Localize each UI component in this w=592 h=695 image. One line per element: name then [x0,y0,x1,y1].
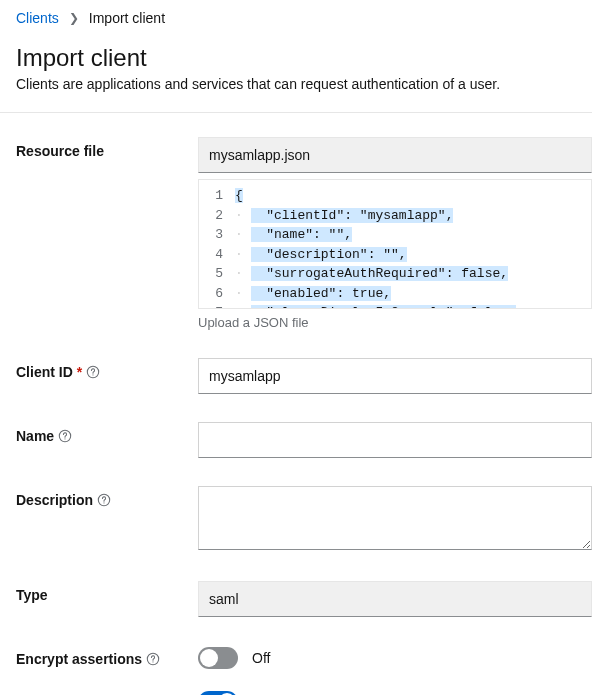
divider [0,112,592,113]
label-description: Description [16,486,198,508]
row-client-id: Client ID * [16,358,592,394]
help-icon[interactable] [97,493,111,507]
breadcrumb-root-link[interactable]: Clients [16,10,59,26]
client-id-input[interactable] [198,358,592,394]
row-description: Description [16,486,592,553]
row-type: Type saml [16,581,592,617]
help-icon[interactable] [146,652,160,666]
svg-point-1 [93,374,94,375]
encrypt-assertions-state: Off [252,650,270,666]
label-client-id: Client ID * [16,358,198,380]
label-encrypt-assertions: Encrypt assertions [16,645,198,667]
chevron-right-icon: ❯ [69,11,79,25]
description-input[interactable] [198,486,592,550]
label-name: Name [16,422,198,444]
breadcrumb: Clients ❯ Import client [16,10,592,26]
breadcrumb-current: Import client [89,10,165,26]
required-indicator: * [77,364,82,380]
svg-point-5 [103,502,104,503]
row-client-signature: Client signature On [16,689,592,695]
page-description: Clients are applications and services th… [16,76,592,92]
encrypt-assertions-toggle[interactable] [198,647,238,669]
type-value: saml [198,581,592,617]
help-icon[interactable] [58,429,72,443]
code-editor[interactable]: 1{ 2· "clientId": "mysamlapp", 3· "name"… [198,179,592,309]
svg-point-3 [65,438,66,439]
client-signature-toggle[interactable] [198,691,238,695]
label-type: Type [16,581,198,603]
label-resource-file: Resource file [16,137,198,159]
page-title: Import client [16,44,592,72]
help-icon[interactable] [86,365,100,379]
resource-file-helper: Upload a JSON file [198,315,592,330]
svg-point-7 [153,661,154,662]
label-client-signature: Client signature [16,689,198,695]
row-name: Name [16,422,592,458]
name-input[interactable] [198,422,592,458]
row-resource-file: Resource file mysamlapp.json 1{ 2· "clie… [16,137,592,330]
resource-file-name[interactable]: mysamlapp.json [198,137,592,173]
row-encrypt-assertions: Encrypt assertions Off [16,645,592,669]
